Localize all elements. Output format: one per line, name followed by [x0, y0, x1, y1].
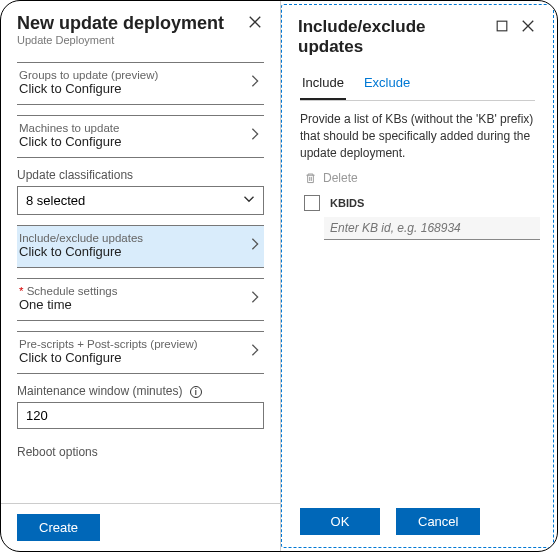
kb-id-input[interactable] [324, 217, 540, 240]
chevron-right-icon [248, 343, 262, 361]
delete-button[interactable]: Delete [300, 171, 535, 185]
close-left-button[interactable] [246, 13, 264, 31]
machines-to-update-row[interactable]: Machines to update Click to Configure [17, 116, 264, 157]
groups-label: Groups to update (preview) [19, 69, 248, 81]
chevron-right-icon [248, 290, 262, 308]
right-body: Include Exclude Provide a list of KBs (w… [282, 63, 553, 496]
kbids-header: KBIDS [330, 197, 364, 209]
left-body[interactable]: Groups to update (preview) Click to Conf… [1, 52, 280, 503]
include-exclude-row[interactable]: Include/exclude updates Click to Configu… [17, 226, 264, 267]
schedule-value: One time [19, 297, 248, 312]
groups-value: Click to Configure [19, 81, 248, 96]
maintenance-label: Maintenance window (minutes) i [17, 384, 264, 398]
machines-value: Click to Configure [19, 134, 248, 149]
chevron-right-icon [248, 74, 262, 92]
close-icon [248, 15, 262, 29]
left-pane: New update deployment Update Deployment … [1, 1, 281, 551]
schedule-label: * Schedule settings [19, 285, 248, 297]
reboot-options-label: Reboot options [17, 445, 264, 459]
maximize-button[interactable] [493, 17, 511, 35]
chevron-right-icon [248, 237, 262, 255]
maximize-icon [495, 19, 509, 33]
ok-button[interactable]: OK [300, 508, 380, 535]
right-footer: OK Cancel [282, 496, 553, 547]
close-right-button[interactable] [519, 17, 537, 35]
delete-label: Delete [323, 171, 358, 185]
scripts-label: Pre-scripts + Post-scripts (preview) [19, 338, 248, 350]
select-all-checkbox[interactable] [304, 195, 320, 211]
tab-include[interactable]: Include [300, 69, 346, 100]
schedule-settings-row[interactable]: * Schedule settings One time [17, 279, 264, 320]
include-description: Provide a list of KBs (without the 'KB' … [300, 111, 535, 161]
include-exclude-label: Include/exclude updates [19, 232, 248, 244]
tab-exclude[interactable]: Exclude [362, 69, 412, 100]
close-icon [521, 19, 535, 33]
maintenance-window-input[interactable] [17, 402, 264, 429]
classifications-label: Update classifications [17, 168, 264, 182]
create-button[interactable]: Create [17, 514, 100, 541]
svg-rect-0 [497, 21, 507, 31]
chevron-down-icon [243, 193, 255, 208]
right-header: Include/exclude updates [282, 5, 553, 63]
left-subtitle: Update Deployment [17, 34, 238, 46]
scripts-value: Click to Configure [19, 350, 248, 365]
machines-label: Machines to update [19, 122, 248, 134]
classifications-value: 8 selected [26, 193, 85, 208]
groups-to-update-row[interactable]: Groups to update (preview) Click to Conf… [17, 63, 264, 104]
cancel-button[interactable]: Cancel [396, 508, 480, 535]
classifications-select[interactable]: 8 selected [17, 186, 264, 215]
include-exclude-value: Click to Configure [19, 244, 248, 259]
chevron-right-icon [248, 127, 262, 145]
right-pane: Include/exclude updates Include Exclude … [281, 4, 554, 548]
kbids-header-row: KBIDS [300, 195, 535, 211]
left-title: New update deployment [17, 13, 238, 34]
info-icon[interactable]: i [190, 386, 202, 398]
scripts-row[interactable]: Pre-scripts + Post-scripts (preview) Cli… [17, 332, 264, 373]
left-footer: Create [1, 503, 280, 551]
left-header: New update deployment Update Deployment [1, 1, 280, 52]
trash-icon [304, 172, 317, 185]
right-title: Include/exclude updates [298, 17, 485, 57]
tabs: Include Exclude [300, 69, 535, 101]
